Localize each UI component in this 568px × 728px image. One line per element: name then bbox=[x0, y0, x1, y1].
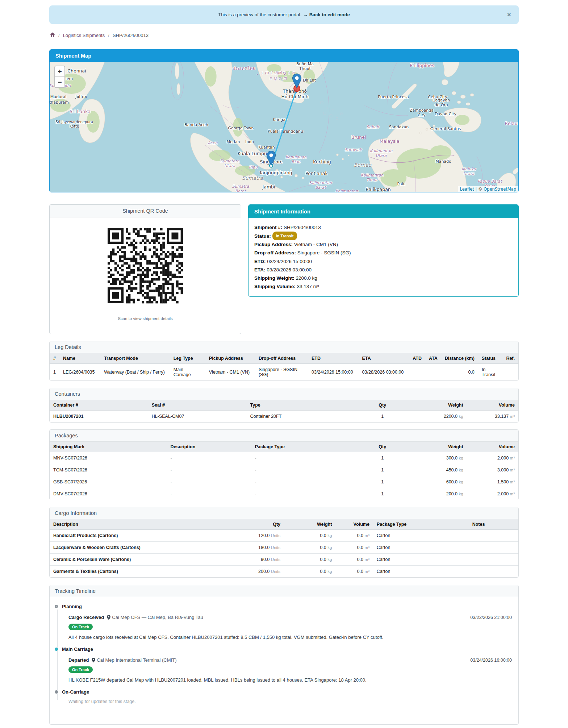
event-title: Cargo Received bbox=[68, 615, 104, 620]
etd-row: ETD: 03/24/2026 15:00:00 bbox=[254, 257, 513, 266]
column-header: ATA bbox=[425, 353, 441, 364]
column-header: Seal # bbox=[148, 400, 247, 411]
on-track-badge: On Track bbox=[68, 624, 93, 630]
stage-name: On-Carriage bbox=[62, 689, 89, 695]
map-route-layer bbox=[50, 62, 518, 192]
shipment-information-title: Shipment Information bbox=[248, 205, 518, 218]
table-header-row: DescriptionQtyWeightVolumePackage TypeNo… bbox=[50, 519, 518, 530]
leaflet-link[interactable]: Leaflet bbox=[460, 187, 474, 192]
leg-details-table: #NameTransport ModeLeg TypePickup Addres… bbox=[50, 353, 518, 380]
column-header: Container # bbox=[50, 400, 148, 411]
event-description: All 4 house cargo lots received at Cai M… bbox=[68, 634, 512, 641]
portal-preview-banner: This is a preview of the customer portal… bbox=[49, 5, 519, 24]
origin-pin-icon bbox=[292, 74, 301, 88]
shipment-map[interactable]: Chennai Salem Tamil Nadu Madurai Jaffna … bbox=[50, 62, 518, 192]
table-header-row: Container #Seal #TypeQtyWeightVolume bbox=[50, 400, 518, 411]
packages-card: Packages Shipping MarkDescriptionPackage… bbox=[49, 429, 519, 500]
leg-details-title: Leg Details bbox=[50, 341, 518, 353]
timeline-body: Planning Cargo Received Cai Mep CFS — Ca… bbox=[50, 597, 518, 724]
timeline-stage: Main Carriage Departed Cai Mep Internati… bbox=[55, 646, 512, 683]
column-header: Volume bbox=[467, 442, 518, 452]
stage-circle-icon bbox=[55, 648, 58, 651]
column-header: ETA bbox=[359, 353, 409, 364]
banner-message: This is a preview of the customer portal… bbox=[218, 12, 301, 17]
timeline-event: Departed Cai Mep International Terminal … bbox=[68, 657, 512, 683]
column-header: Name bbox=[59, 353, 100, 364]
table-header-row: #NameTransport ModeLeg TypePickup Addres… bbox=[50, 353, 518, 364]
shipping-weight-row: Shipping Weight: 2200.0 kg bbox=[254, 274, 513, 282]
event-description: HL KOBE F215W departed Cai Mep with HLBU… bbox=[68, 677, 512, 683]
timeline-stage: Planning Cargo Received Cai Mep CFS — Ca… bbox=[55, 604, 512, 641]
timeline-event: Cargo Received Cai Mep CFS — Cai Mep, Ba… bbox=[68, 615, 512, 641]
location-pin-icon bbox=[107, 615, 110, 620]
home-icon[interactable] bbox=[50, 32, 55, 38]
close-icon[interactable]: ✕ bbox=[507, 12, 511, 18]
shipment-number-row: Shipment #: SHP/2604/00013 bbox=[254, 223, 513, 232]
column-header: Qty bbox=[350, 400, 415, 411]
breadcrumb-current: SHP/2604/00013 bbox=[113, 33, 149, 38]
zoom-in-button[interactable]: + bbox=[55, 66, 64, 77]
qr-caption: Scan to view shipment details bbox=[50, 316, 241, 321]
waiting-text: Waiting for updates for this stage. bbox=[68, 699, 512, 704]
back-to-edit-link[interactable]: → Back to edit mode bbox=[303, 12, 350, 17]
column-header: Leg Type bbox=[170, 353, 205, 364]
breadcrumb-link-shipments[interactable]: Logistics Shipments bbox=[63, 33, 105, 38]
leg-row: 1 LEG/2604/0035 Waterway (Boat / Ship / … bbox=[50, 364, 518, 381]
containers-table: Container #Seal #TypeQtyWeightVolume HLB… bbox=[50, 400, 518, 422]
tracking-timeline-card: Tracking Timeline Planning Cargo Receive… bbox=[49, 585, 519, 725]
map-zoom-control: + − bbox=[54, 66, 65, 88]
timeline-stage: On-Carriage Waiting for updates for this… bbox=[55, 689, 512, 704]
column-header: ATD bbox=[409, 353, 425, 364]
stage-circle-icon bbox=[55, 690, 58, 694]
column-header: Status bbox=[478, 353, 503, 364]
arrow-right-icon: → bbox=[303, 12, 308, 17]
packages-table: Shipping MarkDescriptionPackage TypeQtyW… bbox=[50, 442, 518, 500]
column-header: Weight bbox=[415, 442, 467, 452]
cargo-row: Lacquerware & Wooden Crafts (Cartons) 18… bbox=[50, 542, 518, 554]
column-header: Package Type bbox=[373, 519, 439, 530]
event-location: Cai Mep CFS — Cai Mep, Ba Ria-Vung Tau bbox=[107, 615, 203, 620]
column-header: Volume bbox=[467, 400, 518, 411]
eta-row: ETA: 03/28/2026 03:00:00 bbox=[254, 266, 513, 274]
shipment-information-card: Shipment Information Shipment #: SHP/260… bbox=[248, 204, 519, 297]
column-header: Qty bbox=[237, 519, 284, 530]
location-pin-icon bbox=[92, 658, 95, 662]
cargo-row: Ceramic & Porcelain Ware (Cartons) 90.0 … bbox=[50, 554, 518, 566]
dropoff-address-row: Drop-off Address: Singapore - SGSIN (SG) bbox=[254, 249, 513, 257]
column-header: Type bbox=[246, 400, 350, 411]
column-header: ETD bbox=[308, 353, 359, 364]
package-row: MNV-SC07/2026 - - 1 300.0 kg 2.000 m³ bbox=[50, 452, 518, 464]
breadcrumb: / Logistics Shipments / SHP/2604/00013 bbox=[49, 32, 519, 38]
event-timestamp: 03/22/2026 21:00:00 bbox=[470, 615, 512, 620]
pickup-address-row: Pickup Address: Vietnam - CM1 (VN) bbox=[254, 240, 513, 249]
column-header: Shipping Mark bbox=[50, 442, 167, 452]
column-header: Description bbox=[167, 442, 251, 452]
osm-link[interactable]: OpenStreetMap bbox=[484, 187, 516, 192]
shipment-qr-card: Shipment QR Code Scan to view shipment d… bbox=[49, 204, 241, 334]
stage-circle-icon bbox=[55, 605, 58, 608]
cargo-row: Garments & Textiles (Cartons) 200.0 Unit… bbox=[50, 566, 518, 578]
column-header: Transport Mode bbox=[100, 353, 170, 364]
column-header: Package Type bbox=[251, 442, 350, 452]
column-header: Notes bbox=[439, 519, 518, 530]
qr-code-image bbox=[105, 225, 186, 306]
package-row: DMV-SC07/2026 - - 1 200.0 kg 2.000 m³ bbox=[50, 488, 518, 500]
map-attribution: Leaflet | © OpenStreetMap bbox=[458, 186, 518, 192]
status-badge: In Transit bbox=[272, 232, 297, 240]
shipment-map-card: Shipment Map bbox=[49, 49, 519, 192]
containers-card: Containers Container #Seal #TypeQtyWeigh… bbox=[49, 388, 519, 423]
column-header: Description bbox=[50, 519, 237, 530]
breadcrumb-separator: / bbox=[108, 33, 109, 38]
leg-details-card: Leg Details #NameTransport ModeLeg TypeP… bbox=[49, 341, 519, 381]
status-row: Status: In Transit bbox=[254, 232, 513, 240]
containers-title: Containers bbox=[50, 388, 518, 400]
tracking-timeline-title: Tracking Timeline bbox=[50, 585, 518, 597]
cargo-information-title: Cargo Information bbox=[50, 507, 518, 519]
cargo-row: Handicraft Products (Cartons) 120.0 Unit… bbox=[50, 530, 518, 542]
column-header: Ref. bbox=[502, 353, 518, 364]
package-row: TCM-SC07/2026 - - 1 450.0 kg 3.000 m³ bbox=[50, 464, 518, 476]
cargo-table: DescriptionQtyWeightVolumePackage TypeNo… bbox=[50, 519, 518, 577]
stage-name: Main Carriage bbox=[62, 646, 93, 652]
column-header: Distance (km) bbox=[441, 353, 478, 364]
zoom-out-button[interactable]: − bbox=[55, 77, 64, 87]
